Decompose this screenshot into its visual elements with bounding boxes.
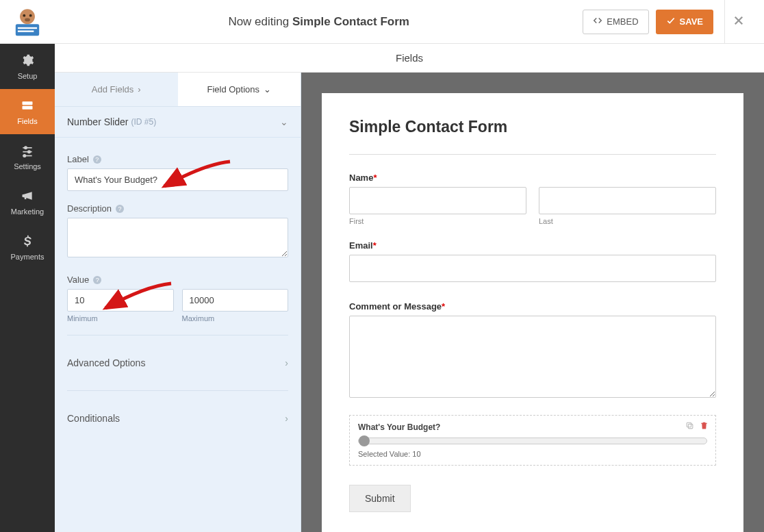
app-logo	[0, 0, 55, 44]
svg-point-0	[20, 9, 35, 24]
required-asterisk: *	[373, 240, 377, 251]
sidenav-payments[interactable]: Payments	[0, 225, 55, 270]
divider	[67, 390, 288, 391]
preview-form-title: Simple Contact Form	[349, 118, 716, 136]
email-input[interactable]	[349, 255, 716, 282]
chevron-right-icon: ›	[285, 413, 288, 424]
conditionals-label: Conditionals	[67, 413, 120, 424]
close-icon	[733, 14, 745, 29]
form-name: Simple Contact Form	[292, 15, 409, 28]
svg-rect-18	[687, 422, 691, 427]
last-name-input[interactable]	[539, 187, 716, 214]
svg-rect-6	[18, 30, 34, 31]
chevron-down-icon: ⌄	[264, 84, 271, 94]
option-description-label: Description	[67, 203, 112, 214]
name-field-label: Name	[349, 173, 373, 183]
option-value-label: Value	[67, 275, 89, 285]
divider	[67, 335, 288, 335]
svg-point-16	[23, 154, 25, 156]
svg-rect-10	[23, 105, 33, 109]
save-button[interactable]: SAVE	[656, 10, 713, 34]
slider-field-label: What's Your Budget?	[358, 422, 707, 432]
sidenav-payments-label: Payments	[11, 253, 44, 261]
embed-button[interactable]: EMBED	[583, 10, 648, 34]
max-value-input[interactable]	[182, 289, 289, 312]
save-label: SAVE	[680, 16, 703, 27]
gear-icon	[21, 53, 34, 68]
field-title-row[interactable]: Number Slider (ID #5) ⌄	[55, 107, 301, 138]
field-id: (ID #5)	[131, 117, 156, 127]
option-label-label: Label	[67, 154, 89, 164]
sidenav-fields[interactable]: Fields	[0, 89, 55, 134]
last-name-sublabel: Last	[539, 217, 716, 225]
slider-selected-value: Selected Value: 10	[358, 450, 707, 458]
help-icon[interactable]: ?	[93, 276, 101, 284]
tab-field-options-label: Field Options	[207, 84, 259, 94]
divider	[349, 154, 716, 155]
sidenav-marketing[interactable]: Marketing	[0, 179, 55, 225]
advanced-options-label: Advanced Options	[67, 357, 145, 368]
sidenav-setup[interactable]: Setup	[0, 44, 55, 89]
topbar: Now editing Simple Contact Form EMBED SA…	[0, 0, 764, 44]
sliders-icon	[21, 144, 34, 159]
close-button[interactable]	[724, 0, 752, 44]
first-name-sublabel: First	[349, 217, 526, 225]
tab-add-fields[interactable]: Add Fields ›	[55, 73, 178, 106]
submit-button[interactable]: Submit	[349, 485, 411, 512]
chevron-down-icon: ⌄	[280, 116, 288, 127]
first-name-input[interactable]	[349, 187, 526, 214]
svg-point-1	[23, 14, 25, 16]
comment-input[interactable]	[349, 316, 716, 398]
description-input[interactable]	[67, 218, 288, 257]
svg-point-2	[29, 14, 32, 16]
required-asterisk: *	[442, 301, 445, 312]
sidenav-settings[interactable]: Settings	[0, 134, 55, 179]
section-title: Fields	[55, 44, 764, 73]
slider-thumb[interactable]	[359, 435, 370, 446]
email-field-label: Email	[349, 240, 373, 251]
field-type-label: Number Slider	[67, 116, 128, 127]
sidenav-setup-label: Setup	[18, 72, 38, 80]
sidenav: Setup Fields Settings Marketing Payments	[0, 44, 55, 532]
trash-icon[interactable]	[700, 421, 709, 432]
editing-prefix: Now editing	[228, 15, 292, 28]
form-card: Simple Contact Form Name* First Last	[322, 93, 743, 532]
sidenav-settings-label: Settings	[14, 162, 41, 170]
svg-point-14	[28, 151, 30, 153]
min-sublabel: Minimum	[67, 314, 174, 322]
conditionals-row[interactable]: Conditionals ›	[67, 403, 288, 433]
check-icon	[666, 16, 676, 27]
dollar-icon	[21, 234, 34, 249]
sidenav-marketing-label: Marketing	[11, 207, 44, 216]
page-title: Now editing Simple Contact Form	[55, 15, 583, 29]
duplicate-icon[interactable]	[685, 421, 694, 432]
sidenav-fields-label: Fields	[17, 117, 37, 125]
chevron-right-icon: ›	[285, 357, 288, 368]
svg-rect-17	[688, 424, 693, 429]
advanced-options-row[interactable]: Advanced Options ›	[67, 348, 288, 378]
svg-rect-4	[16, 24, 39, 36]
tab-field-options[interactable]: Field Options ⌄	[178, 73, 301, 106]
required-asterisk: *	[373, 173, 377, 183]
max-sublabel: Maximum	[182, 314, 289, 322]
min-value-input[interactable]	[67, 289, 174, 312]
svg-point-12	[25, 147, 27, 149]
code-icon	[593, 16, 602, 27]
svg-rect-9	[23, 101, 33, 105]
slider-field[interactable]: What's Your Budget? Selected Value: 10	[349, 415, 716, 466]
svg-rect-5	[18, 27, 37, 28]
slider-track[interactable]	[358, 438, 707, 444]
left-panel: Add Fields › Field Options ⌄ Number Slid…	[55, 73, 301, 532]
embed-label: EMBED	[607, 16, 638, 27]
form-icon	[21, 99, 34, 114]
preview-area: Simple Contact Form Name* First Last	[301, 73, 764, 532]
comment-field-label: Comment or Message	[349, 301, 442, 312]
tab-add-fields-label: Add Fields	[92, 84, 133, 94]
svg-point-3	[25, 18, 30, 21]
help-icon[interactable]: ?	[93, 155, 101, 164]
chevron-right-icon: ›	[138, 84, 140, 94]
bullhorn-icon	[21, 189, 34, 204]
label-input[interactable]	[67, 168, 288, 191]
help-icon[interactable]: ?	[116, 205, 124, 213]
